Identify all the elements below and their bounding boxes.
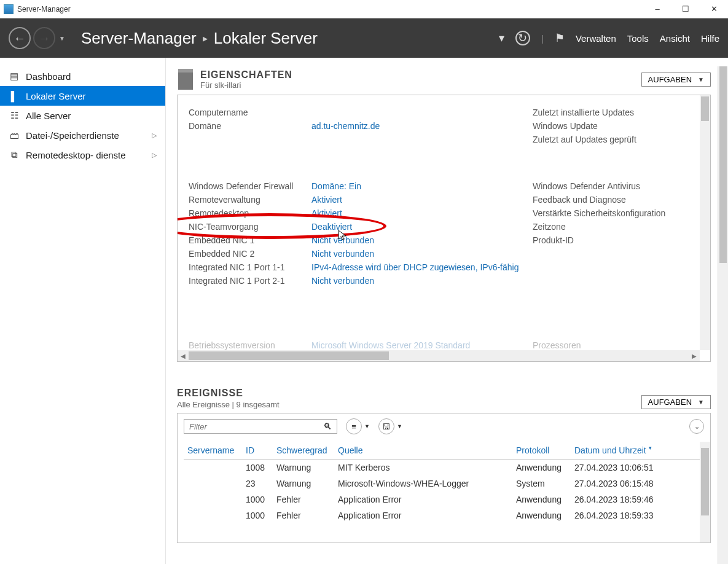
col-severity[interactable]: Schweregrad — [273, 442, 334, 460]
property-value-link[interactable]: Domäne: Ein — [311, 181, 526, 191]
properties-title: EIGENSCHAFTEN — [200, 69, 292, 80]
properties-tasks-button[interactable]: AUFGABEN ▼ — [641, 72, 711, 87]
events-scrollbar[interactable] — [700, 442, 710, 542]
chevron-down-icon: ▼ — [698, 399, 704, 405]
table-row[interactable]: 23WarnungMicrosoft-Windows-WHEA-LoggerSy… — [184, 476, 704, 492]
prop-key-partial: Betriebssystemversion — [189, 340, 305, 350]
table-cell: Application Error — [334, 507, 512, 523]
property-right-label: Windows Update — [533, 121, 692, 131]
events-filter-input[interactable] — [189, 422, 323, 431]
table-row[interactable]: 1000FehlerApplication ErrorAnwendung26.0… — [184, 507, 704, 523]
col-servername[interactable]: Servername — [184, 442, 242, 460]
nav-back-button[interactable]: ← — [9, 27, 31, 49]
col-id[interactable]: ID — [242, 442, 273, 460]
table-row[interactable]: 1000FehlerApplication ErrorAnwendung26.0… — [184, 492, 704, 507]
property-row: Domänead.tu-chemnitz.deWindows Update — [189, 121, 699, 131]
properties-h-scrollbar[interactable]: ◀ ▶ — [178, 350, 700, 361]
properties-header: EIGENSCHAFTEN Für slk-illari AUFGABEN ▼ — [177, 66, 711, 95]
property-key: Embedded NIC 1 — [189, 235, 305, 245]
property-value-link[interactable]: ad.tu-chemnitz.de — [311, 121, 526, 131]
col-protocol[interactable]: Protokoll — [512, 442, 571, 460]
events-tasks-button[interactable]: AUFGABEN ▼ — [641, 395, 711, 409]
chevron-right-icon: ▷ — [152, 151, 157, 159]
property-right-label: Zeitzone — [533, 222, 692, 232]
table-cell: 1000 — [242, 507, 273, 523]
table-cell: 27.04.2023 06:15:48 — [571, 476, 704, 492]
chevron-down-icon[interactable]: ▼ — [397, 423, 402, 429]
rds-icon: ⧉ — [9, 149, 20, 160]
events-filter-box[interactable]: 🔍︎ — [184, 419, 337, 434]
table-cell — [184, 507, 242, 523]
sidebar-item-label: Lokaler Server — [26, 91, 86, 101]
minimize-button[interactable]: – — [643, 0, 671, 18]
menu-hilfe[interactable]: Hilfe — [701, 33, 719, 44]
sidebar-item-local-server[interactable]: ▌ Lokaler Server — [0, 86, 165, 106]
nav-history-dropdown[interactable]: ▼ — [59, 35, 65, 42]
property-value-link[interactable]: IPv4-Adresse wird über DHCP zugewiesen, … — [311, 262, 526, 272]
property-value-link[interactable]: Aktiviert — [311, 195, 526, 205]
separator: | — [541, 33, 544, 44]
property-value-link[interactable]: Nicht verbunden — [311, 249, 526, 259]
properties-v-scrollbar[interactable] — [700, 95, 710, 350]
events-title: EREIGNISSE — [177, 388, 280, 399]
properties-content: Computername Zuletzt installierte Update… — [178, 95, 710, 286]
search-icon[interactable]: 🔍︎ — [323, 421, 332, 431]
nav-forward-button[interactable]: → — [33, 27, 55, 49]
close-button[interactable]: ✕ — [700, 0, 728, 18]
sidebar-item-remote-desktop[interactable]: ⧉ Remotedesktop- dienste ▷ — [0, 145, 165, 165]
property-key: Remoteverwaltung — [189, 195, 305, 205]
property-row: RemotedesktopAktiviertVerstärkte Sicherh… — [189, 208, 699, 218]
events-panel: 🔍︎ ≡ ▼ 🖫︎ ▼ ⌄ — [177, 413, 711, 543]
property-row: Computername Zuletzt installierte Update… — [189, 108, 699, 117]
property-value-link[interactable]: Deaktiviert — [311, 222, 526, 232]
events-view-options-button[interactable]: ≡ — [346, 418, 362, 434]
refresh-icon[interactable]: ↻ — [515, 31, 530, 45]
property-value-link — [311, 135, 526, 144]
property-value-link[interactable] — [311, 108, 526, 117]
property-value-link[interactable]: Nicht verbunden — [311, 235, 526, 245]
menu-ansicht[interactable]: Ansicht — [660, 33, 690, 44]
property-right-label: Zuletzt auf Updates geprüft — [533, 135, 692, 144]
property-key: Embedded NIC 2 — [189, 249, 305, 259]
prop-right-partial: Prozessoren — [533, 340, 692, 350]
events-save-button[interactable]: 🖫︎ — [378, 418, 394, 434]
table-cell: MIT Kerberos — [334, 460, 512, 476]
sidebar-item-label: Dashboard — [26, 71, 71, 82]
menu-tools[interactable]: Tools — [627, 33, 649, 44]
sidebar-item-dashboard[interactable]: ▤ Dashboard — [0, 66, 165, 86]
chevron-right-icon: ▸ — [203, 33, 208, 44]
menu-verwalten[interactable]: Verwalten — [576, 33, 616, 44]
table-cell — [184, 476, 242, 492]
breadcrumb: Server-Manager ▸ Lokaler Server — [81, 29, 318, 48]
property-key: Remotedesktop — [189, 208, 305, 218]
tasks-label: AUFGABEN — [648, 75, 692, 84]
events-section: EREIGNISSE Alle Ereignisse | 9 insgesamt… — [177, 388, 711, 543]
property-row: RemoteverwaltungAktiviertFeedback und Di… — [189, 195, 699, 205]
table-row[interactable]: 1008WarnungMIT KerberosAnwendung27.04.20… — [184, 460, 704, 476]
property-value-link[interactable]: Aktiviert — [311, 208, 526, 218]
table-cell: Warnung — [273, 476, 334, 492]
main-scrollbar[interactable] — [718, 66, 728, 564]
window-title: Server-Manager — [17, 5, 71, 14]
flag-icon[interactable]: ⚑ — [555, 31, 565, 45]
header-dropdown-icon[interactable]: ▾ — [499, 31, 504, 45]
sidebar-item-all-servers[interactable]: ☷ Alle Server — [0, 106, 165, 125]
server-glyph-icon — [178, 69, 193, 90]
sidebar-item-file-storage[interactable]: 🗃 Datei-/Speicherdienste ▷ — [0, 125, 165, 145]
col-datetime[interactable]: Datum und Uhrzeit▾ — [571, 442, 704, 460]
table-cell: Microsoft-Windows-WHEA-Logger — [334, 476, 512, 492]
col-source[interactable]: Quelle — [334, 442, 512, 460]
maximize-button[interactable]: ☐ — [671, 0, 700, 18]
prop-value-partial: Microsoft Windows Server 2019 Standard — [311, 340, 526, 350]
breadcrumb-root[interactable]: Server-Manager — [81, 29, 197, 48]
property-right-label: Produkt-ID — [533, 235, 692, 245]
property-right-label — [533, 249, 692, 259]
property-value-link[interactable]: Nicht verbunden — [311, 276, 526, 286]
table-cell: Anwendung — [512, 507, 571, 523]
events-expand-button[interactable]: ⌄ — [689, 419, 704, 434]
breadcrumb-current[interactable]: Lokaler Server — [214, 29, 318, 48]
property-key: Domäne — [189, 121, 305, 131]
chevron-down-icon[interactable]: ▼ — [364, 423, 370, 429]
header-right: ▾ ↻ | ⚑ Verwalten Tools Ansicht Hilfe — [499, 31, 719, 45]
servers-icon: ☷ — [9, 110, 20, 121]
